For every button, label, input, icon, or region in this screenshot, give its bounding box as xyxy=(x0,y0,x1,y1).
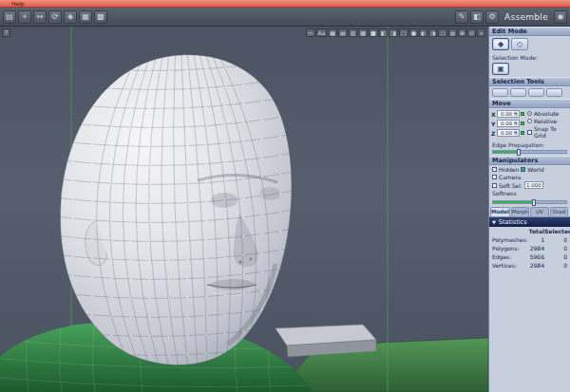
tab-uv[interactable]: UV xyxy=(530,207,548,216)
snap-to-grid-option[interactable]: Snap To Grid xyxy=(527,125,568,139)
smooth-shade-mode-icon[interactable]: ■ xyxy=(369,28,378,37)
selection-tool-button-3[interactable] xyxy=(528,88,544,97)
world-checkbox[interactable] xyxy=(521,167,525,172)
tab-shad[interactable]: Shad xyxy=(550,207,568,216)
focus-view-icon[interactable]: ⊙ xyxy=(467,28,476,37)
edge-propagation-slider[interactable] xyxy=(492,150,567,154)
move-header[interactable]: Move xyxy=(489,99,570,108)
viewport-toolbar: ▭Aa▦▤▥▩■◧◨□●◐◑○◍⊕⊙⌖ xyxy=(306,28,485,37)
statistics-title: Statistics xyxy=(499,217,527,227)
application-window: Help ▤⌖↔⟳◈▦▩ ✎◧⚙ Assemble ◉ ? ▭Aa▦▤▥▩■◧◨… xyxy=(0,0,570,392)
statistics-header[interactable]: ▼ Statistics xyxy=(489,217,570,227)
selection-tools-header[interactable]: Selection Tools xyxy=(489,77,570,86)
x-lock-toggle[interactable] xyxy=(521,112,524,116)
selection-tool-button-1[interactable] xyxy=(492,88,508,97)
move-section: X 0.00 ft Y 0.00 ft Z 0.00 ft xyxy=(489,108,570,140)
main-toolbar: ▤⌖↔⟳◈▦▩ ✎◧⚙ Assemble ◉ xyxy=(0,8,570,27)
toolbar-trailing-icons: ◉ xyxy=(554,10,567,24)
y-value-field[interactable]: 0.00 ft xyxy=(497,120,520,127)
total-column-header: Total xyxy=(527,227,544,235)
absolute-label: Absolute xyxy=(534,110,559,117)
selection-tool-button-2[interactable] xyxy=(510,88,526,97)
selection-tool-buttons xyxy=(489,86,570,99)
grid-display-icon[interactable]: ▦ xyxy=(328,28,337,37)
stat-row: Edges:59660 xyxy=(489,252,570,261)
selection-mode-buttons: ▣ xyxy=(489,61,570,77)
manipulators-title: Manipulators xyxy=(492,157,538,165)
scene-icon[interactable]: ▤ xyxy=(3,10,16,24)
relative-label: Relative xyxy=(534,118,557,124)
soft-selection-label: Soft Sel. xyxy=(499,182,522,189)
room-mode-label[interactable]: Assemble xyxy=(504,12,548,22)
stat-label: Vertices: xyxy=(492,261,527,270)
scale-tool-icon[interactable]: ◈ xyxy=(64,10,77,24)
wire-sphere-icon[interactable]: ○ xyxy=(438,28,446,37)
camera-checkbox[interactable] xyxy=(492,175,497,179)
info-icon[interactable]: ◉ xyxy=(554,10,567,24)
edit-mode-title: Edit Mode xyxy=(492,28,527,36)
dual-view-icon[interactable]: ◨ xyxy=(389,28,398,37)
absolute-option[interactable]: Absolute xyxy=(527,110,568,117)
snap-to-grid-checkbox[interactable] xyxy=(527,130,532,135)
statistics-table-body: Polymeshes:10Polygons:29840Edges:59660Ve… xyxy=(489,235,570,270)
back-shaded-sphere-icon[interactable]: ◑ xyxy=(428,28,437,37)
hidden-checkbox[interactable] xyxy=(492,167,497,172)
stat-label: Edges: xyxy=(492,252,527,261)
text-display-icon[interactable]: Aa xyxy=(316,28,328,37)
object-edit-mode-button[interactable]: ◆ xyxy=(492,38,509,50)
manipulators-header[interactable]: Manipulators xyxy=(489,156,570,165)
toolbar-right-icons: ✎◧⚙ xyxy=(455,10,499,24)
edit-mode-header[interactable]: Edit Mode xyxy=(489,27,570,36)
stat-label: Polymeshes: xyxy=(492,235,528,244)
stat-value: 0 xyxy=(544,244,567,252)
tab-model[interactable]: Model xyxy=(490,207,510,216)
selection-tool-button-4[interactable] xyxy=(546,88,562,97)
stat-value: 0 xyxy=(544,252,567,261)
textured-sphere-icon[interactable]: ◍ xyxy=(448,28,457,37)
x-axis-label: X xyxy=(491,111,496,118)
selection-filter-icon[interactable]: ▭ xyxy=(306,28,315,37)
shading-room-icon[interactable]: ◧ xyxy=(470,10,484,24)
split-view-icon[interactable]: ◧ xyxy=(379,28,389,37)
hidden-line-mode-icon[interactable]: ▥ xyxy=(349,28,358,37)
edit-room-icon[interactable]: ✎ xyxy=(455,10,468,24)
face-selection-mode-button[interactable]: ▣ xyxy=(492,63,509,75)
viewport-canvas[interactable] xyxy=(0,27,488,392)
viewport-help-icon[interactable]: ? xyxy=(2,28,10,37)
relative-radio[interactable] xyxy=(527,119,532,123)
grid-icon[interactable]: ▦ xyxy=(79,10,92,24)
add-view-icon[interactable]: ⊕ xyxy=(458,28,466,37)
relative-option[interactable]: Relative xyxy=(527,118,568,124)
single-view-icon[interactable]: □ xyxy=(399,28,408,37)
y-lock-toggle[interactable] xyxy=(521,121,524,125)
camera-target-icon[interactable]: ⌖ xyxy=(477,28,485,37)
half-shaded-sphere-icon[interactable]: ◐ xyxy=(419,28,428,37)
absolute-radio[interactable] xyxy=(527,111,532,116)
help-menu[interactable]: Help xyxy=(11,0,25,8)
soft-selection-value-field[interactable]: 1.000 xyxy=(524,181,543,189)
z-axis-label: Z xyxy=(491,130,496,137)
flat-shade-mode-icon[interactable]: ▩ xyxy=(358,28,368,37)
z-lock-toggle[interactable] xyxy=(521,131,524,135)
settings-gear-icon[interactable]: ⚙ xyxy=(485,10,499,24)
move-tool-icon[interactable]: ↔ xyxy=(33,10,47,24)
stat-value: 0 xyxy=(544,261,567,270)
stat-row: Vertices:29840 xyxy=(489,261,570,270)
move-z-row: Z 0.00 ft xyxy=(491,129,527,137)
title-bar: Help xyxy=(0,0,570,8)
snap-icon[interactable]: ▩ xyxy=(94,10,107,24)
camera-label: Camera xyxy=(499,174,522,180)
rotate-tool-icon[interactable]: ⟳ xyxy=(48,10,62,24)
wireframe-mode-icon[interactable]: ▤ xyxy=(338,28,348,37)
x-value-field[interactable]: 0.00 ft xyxy=(497,110,520,118)
softness-slider[interactable] xyxy=(492,200,567,204)
soft-selection-checkbox[interactable] xyxy=(492,183,497,188)
shaded-sphere-icon[interactable]: ● xyxy=(409,28,418,37)
viewport-3d[interactable]: ? ▭Aa▦▤▥▩■◧◨□●◐◑○◍⊕⊙⌖ xyxy=(0,27,488,392)
selection-tools-title: Selection Tools xyxy=(492,78,544,86)
move-x-row: X 0.00 ft xyxy=(491,110,527,118)
group-edit-mode-button[interactable]: ◇ xyxy=(511,38,528,50)
z-value-field[interactable]: 0.00 ft xyxy=(497,129,520,137)
tab-morph[interactable]: Morph xyxy=(511,207,529,216)
select-tool-icon[interactable]: ⌖ xyxy=(18,10,31,24)
